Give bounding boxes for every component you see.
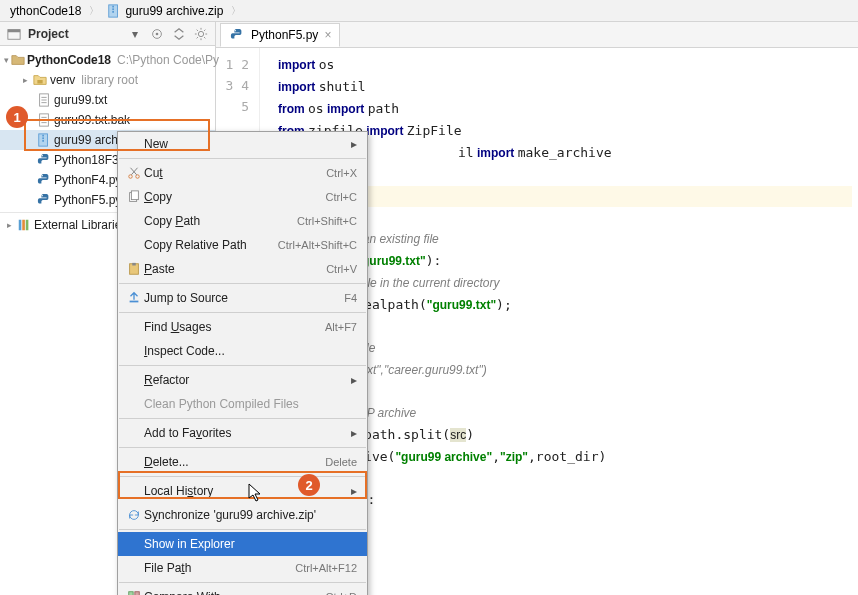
target-icon[interactable] [149, 26, 165, 42]
menu-shortcut: F4 [344, 292, 357, 304]
jump-icon [124, 291, 144, 305]
archive-file-icon [107, 4, 121, 18]
file-icon [36, 92, 52, 108]
menu-item[interactable]: CopyCtrl+C [118, 185, 367, 209]
menu-item[interactable]: Copy PathCtrl+Shift+C [118, 209, 367, 233]
menu-item-label: Find Usages [144, 320, 325, 334]
copy-icon [124, 190, 144, 204]
dropdown-icon[interactable]: ▾ [127, 26, 143, 42]
submenu-icon: ▸ [347, 426, 357, 440]
file-icon [36, 132, 52, 148]
libraries-icon [16, 217, 32, 233]
menu-item-label: Copy Path [144, 214, 297, 228]
lib-folder-icon [32, 72, 48, 88]
menu-shortcut: Ctrl+V [326, 263, 357, 275]
tree-root-path: C:\Python Code\Py [113, 53, 219, 67]
chevron-right-icon: 〉 [87, 4, 101, 18]
menu-item[interactable]: New▸ [118, 132, 367, 156]
menu-item[interactable]: Find UsagesAlt+F7 [118, 315, 367, 339]
chevron-right-icon: 〉 [229, 4, 243, 18]
project-icon [6, 26, 22, 42]
menu-item[interactable]: Inspect Code... [118, 339, 367, 363]
svg-rect-35 [130, 301, 139, 303]
tree-file[interactable]: guru99.txt [0, 90, 215, 110]
menu-item[interactable]: Show in Explorer [118, 532, 367, 556]
menu-shortcut: Delete [325, 456, 357, 468]
tree-root[interactable]: ▾ PythonCode18 C:\Python Code\Py [0, 50, 215, 70]
close-icon[interactable]: × [324, 28, 331, 42]
tree-root-label: PythonCode18 [27, 53, 111, 67]
svg-point-8 [198, 31, 203, 36]
menu-item[interactable]: Copy Relative PathCtrl+Alt+Shift+C [118, 233, 367, 257]
menu-shortcut: Ctrl+Alt+Shift+C [278, 239, 357, 251]
svg-rect-20 [42, 137, 44, 139]
menu-item[interactable]: Add to Favorites▸ [118, 421, 367, 445]
tree-venv[interactable]: ▸ venv library root [0, 70, 215, 90]
svg-rect-21 [42, 140, 44, 142]
crumb-project-label: ythonCode18 [10, 4, 81, 18]
menu-item[interactable]: Local History▸ [118, 479, 367, 503]
file-icon [36, 152, 52, 168]
gear-icon[interactable] [193, 26, 209, 42]
sync-icon [124, 508, 144, 522]
svg-rect-32 [131, 191, 138, 200]
menu-shortcut: Ctrl+C [326, 191, 357, 203]
menu-item-label: Add to Favorites [144, 426, 347, 440]
twisty-closed-icon[interactable]: ▸ [4, 220, 14, 230]
twisty-open-icon[interactable]: ▾ [4, 55, 9, 65]
svg-rect-27 [26, 220, 29, 231]
menu-item[interactable]: Compare With...Ctrl+D [118, 585, 367, 595]
callout-badge-2: 2 [298, 474, 320, 496]
menu-item-label: Jump to Source [144, 291, 344, 305]
file-icon [36, 192, 52, 208]
menu-item[interactable]: Delete...Delete [118, 450, 367, 474]
folder-icon [11, 52, 25, 68]
tree-venv-label: venv [50, 73, 75, 87]
menu-shortcut: Ctrl+X [326, 167, 357, 179]
diff-icon [124, 590, 144, 595]
svg-rect-19 [42, 135, 44, 137]
submenu-icon: ▸ [347, 373, 357, 387]
tree-file-label: PythonF5.py [54, 193, 121, 207]
tab-active[interactable]: PythonF5.py × [220, 23, 340, 47]
svg-rect-1 [113, 5, 115, 7]
menu-item-label: Cut [144, 166, 326, 180]
menu-item[interactable]: Refactor▸ [118, 368, 367, 392]
menu-item-label: Refactor [144, 373, 347, 387]
sidebar-header: Project ▾ [0, 22, 215, 46]
svg-point-22 [42, 155, 43, 156]
menu-item[interactable]: Jump to SourceF4 [118, 286, 367, 310]
svg-rect-26 [22, 220, 25, 231]
menu-shortcut: Ctrl+D [326, 591, 357, 595]
tree-file[interactable]: guru99.txt.bak [0, 110, 215, 130]
collapse-icon[interactable] [171, 26, 187, 42]
menu-item[interactable]: PasteCtrl+V [118, 257, 367, 281]
crumb-project[interactable]: ythonCode18 [6, 4, 85, 18]
svg-rect-2 [113, 8, 115, 10]
crumb-file[interactable]: guru99 archive.zip [103, 4, 227, 18]
context-menu: New▸CutCtrl+XCopyCtrl+CCopy PathCtrl+Shi… [117, 131, 368, 595]
svg-point-23 [42, 175, 43, 176]
mouse-cursor [248, 483, 264, 503]
menu-item[interactable]: Synchronize 'guru99 archive.zip' [118, 503, 367, 527]
menu-item-label: Clean Python Compiled Files [144, 397, 357, 411]
submenu-icon: ▸ [347, 484, 357, 498]
menu-item-label: Paste [144, 262, 326, 276]
menu-item[interactable]: File PathCtrl+Alt+F12 [118, 556, 367, 580]
tree-venv-note: library root [77, 73, 138, 87]
menu-item-label: Show in Explorer [144, 537, 357, 551]
crumb-file-label: guru99 archive.zip [125, 4, 223, 18]
tree-file-label: PythonF4.py [54, 173, 121, 187]
menu-item[interactable]: CutCtrl+X [118, 161, 367, 185]
file-icon [36, 172, 52, 188]
menu-item: Clean Python Compiled Files [118, 392, 367, 416]
menu-item-label: Delete... [144, 455, 325, 469]
tree-file-label: guru99.txt [54, 93, 107, 107]
svg-rect-9 [37, 80, 42, 84]
editor-tabs: PythonF5.py × [216, 22, 858, 48]
paste-icon [124, 262, 144, 276]
svg-point-28 [235, 30, 236, 31]
svg-rect-5 [8, 29, 20, 32]
twisty-closed-icon[interactable]: ▸ [20, 75, 30, 85]
tab-label: PythonF5.py [251, 28, 318, 42]
